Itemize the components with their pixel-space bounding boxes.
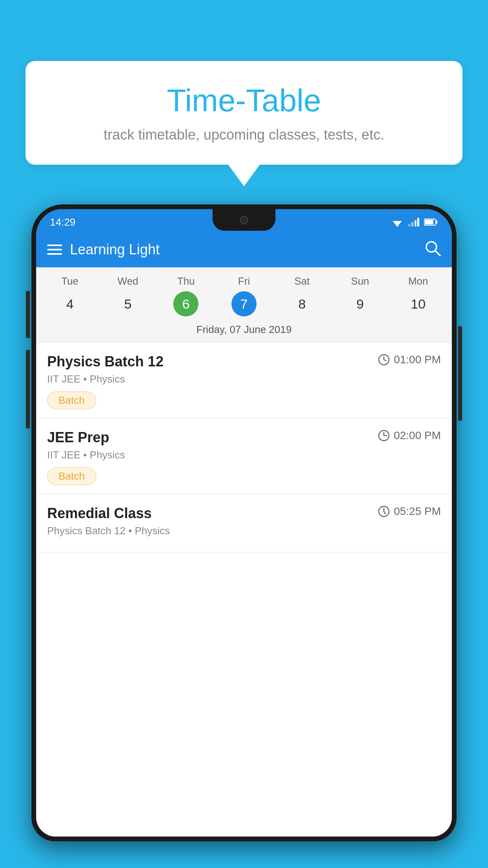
hamburger-line-3	[47, 253, 62, 255]
day-num-sat: 8	[290, 291, 315, 316]
schedule-item-3-time-text: 05:25 PM	[394, 505, 441, 518]
phone-frame: 14:29	[31, 204, 457, 868]
wifi-icon	[391, 218, 404, 226]
volume-down-button	[26, 350, 30, 428]
schedule-item-2-header: JEE Prep 02:00 PM	[47, 429, 441, 446]
page-subtitle: track timetable, upcoming classes, tests…	[49, 127, 439, 143]
hamburger-line-1	[47, 245, 62, 246]
schedule-item-1-time-text: 01:00 PM	[394, 353, 441, 366]
signal-icon	[408, 218, 419, 226]
day-item-mon[interactable]: Mon 10	[389, 275, 447, 316]
speech-bubble-tail	[228, 165, 260, 186]
schedule-item-3-subtitle: Physics Batch 12 • Physics	[47, 525, 441, 537]
clock-icon-1	[378, 354, 390, 366]
app-toolbar: Learning Light	[36, 232, 452, 267]
search-button[interactable]	[424, 240, 441, 260]
day-name-mon: Mon	[408, 275, 428, 287]
svg-rect-4	[411, 222, 413, 226]
app-title: Learning Light	[70, 241, 160, 258]
schedule-item-1[interactable]: Physics Batch 12 01:00 PM IIT JEE • Ph	[36, 342, 452, 418]
status-time: 14:29	[50, 216, 75, 228]
phone-notch	[213, 209, 275, 231]
app-screen: 14:29	[36, 209, 452, 837]
clock-icon-3	[378, 506, 390, 517]
status-icons	[391, 218, 438, 226]
day-item-sun[interactable]: Sun 9	[331, 275, 389, 316]
svg-rect-3	[408, 224, 410, 226]
phone-screen: 14:29	[36, 209, 452, 837]
calendar-strip: Tue 4 Wed 5 Thu 6 Fri	[36, 267, 452, 342]
volume-up-button	[26, 291, 30, 338]
day-name-tue: Tue	[61, 275, 79, 287]
day-num-wed: 5	[116, 291, 141, 316]
schedule-item-2-time: 02:00 PM	[378, 429, 441, 442]
schedule-item-1-badge: Batch	[47, 392, 96, 409]
svg-rect-8	[436, 221, 437, 224]
search-icon	[424, 240, 441, 256]
schedule-item-3[interactable]: Remedial Class 05:25 PM Physics Batch	[36, 494, 452, 552]
front-camera	[240, 216, 248, 224]
schedule-list: Physics Batch 12 01:00 PM IIT JEE • Ph	[36, 342, 452, 837]
speech-bubble-card: Time-Table track timetable, upcoming cla…	[26, 61, 462, 186]
day-num-thu: 6	[173, 291, 198, 316]
hamburger-line-2	[47, 249, 62, 250]
schedule-item-3-header: Remedial Class 05:25 PM	[47, 505, 441, 522]
schedule-item-1-time: 01:00 PM	[378, 353, 441, 366]
svg-line-11	[435, 251, 440, 256]
days-row: Tue 4 Wed 5 Thu 6 Fri	[36, 272, 452, 320]
day-name-fri: Fri	[238, 275, 250, 287]
battery-icon	[424, 218, 438, 226]
schedule-item-1-title: Physics Batch 12	[47, 353, 163, 370]
schedule-item-2-title: JEE Prep	[47, 429, 109, 446]
day-item-fri[interactable]: Fri 7	[215, 275, 273, 316]
menu-button[interactable]	[47, 245, 62, 255]
schedule-item-1-header: Physics Batch 12 01:00 PM	[47, 353, 441, 370]
svg-rect-5	[415, 220, 416, 226]
toolbar-left: Learning Light	[47, 241, 160, 258]
svg-rect-9	[425, 220, 433, 224]
schedule-item-2-subtitle: IIT JEE • Physics	[47, 449, 441, 461]
svg-rect-6	[417, 218, 419, 226]
schedule-item-3-time: 05:25 PM	[378, 505, 441, 518]
schedule-item-2-badge: Batch	[47, 467, 96, 485]
schedule-item-2-time-text: 02:00 PM	[394, 429, 441, 442]
day-name-sat: Sat	[294, 275, 310, 287]
day-item-thu[interactable]: Thu 6	[157, 275, 215, 316]
day-num-fri: 7	[231, 291, 257, 316]
day-item-wed[interactable]: Wed 5	[99, 275, 157, 316]
day-num-mon: 10	[405, 291, 431, 316]
selected-date-label: Friday, 07 June 2019	[36, 320, 452, 342]
day-name-thu: Thu	[177, 275, 195, 287]
power-button	[458, 326, 462, 421]
day-num-sun: 9	[347, 291, 372, 316]
phone-outer: 14:29	[31, 204, 457, 841]
speech-bubble-box: Time-Table track timetable, upcoming cla…	[26, 61, 462, 165]
schedule-item-3-title: Remedial Class	[47, 505, 152, 522]
svg-line-20	[384, 511, 385, 514]
day-num-tue: 4	[57, 291, 83, 316]
page-title: Time-Table	[49, 83, 439, 119]
svg-line-14	[384, 360, 386, 361]
schedule-item-1-subtitle: IIT JEE • Physics	[47, 373, 441, 385]
schedule-item-2[interactable]: JEE Prep 02:00 PM IIT JEE • Physics	[36, 418, 452, 494]
day-name-wed: Wed	[117, 275, 138, 287]
clock-icon-2	[378, 430, 390, 441]
day-name-sun: Sun	[351, 275, 369, 287]
day-item-sat[interactable]: Sat 8	[273, 275, 331, 316]
day-item-tue[interactable]: Tue 4	[41, 275, 99, 316]
